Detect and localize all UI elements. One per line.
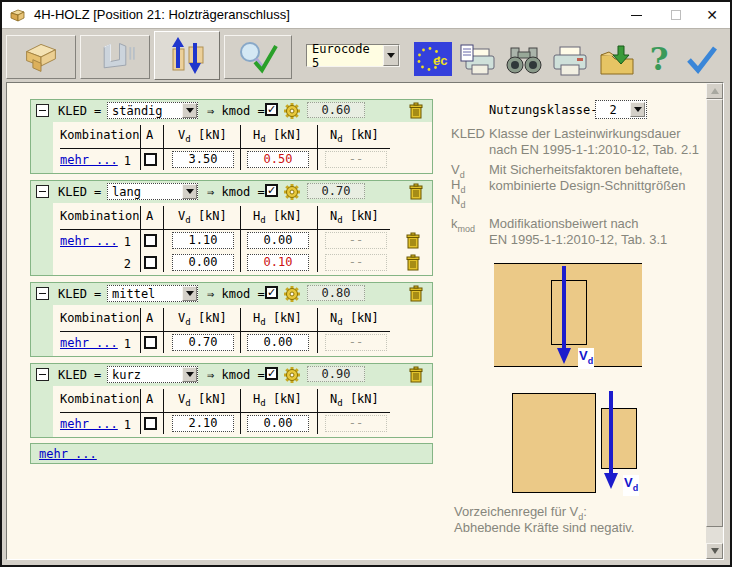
nd-field: -- xyxy=(325,232,387,249)
collapse-button[interactable] xyxy=(36,104,49,117)
chevron-down-icon[interactable] xyxy=(630,102,645,117)
row-trash-icon[interactable] xyxy=(405,232,421,250)
eurocode-select[interactable]: Eurocode 5 xyxy=(306,44,400,67)
a-checkbox[interactable] xyxy=(144,336,157,349)
vd-field[interactable]: 2.10 xyxy=(172,415,234,432)
loads-tool-button[interactable] xyxy=(154,31,220,80)
col-a: A xyxy=(146,392,153,406)
svg-text:ec: ec xyxy=(433,53,447,68)
scroll-up-button[interactable] xyxy=(706,83,723,99)
chevron-down-icon[interactable] xyxy=(182,103,197,118)
add-section-bar: mehr ... xyxy=(30,443,433,464)
kled-dropdown[interactable]: ständig xyxy=(107,102,198,119)
more-link[interactable]: mehr ... xyxy=(39,447,97,461)
chevron-down-icon[interactable] xyxy=(383,45,399,66)
vd-field[interactable]: 0.00 xyxy=(172,254,234,271)
collapse-button[interactable] xyxy=(36,368,49,381)
gear-icon[interactable] xyxy=(283,183,301,201)
vd-field[interactable]: 1.10 xyxy=(172,232,234,249)
print-button[interactable] xyxy=(552,45,588,77)
a-checkbox[interactable] xyxy=(144,256,157,269)
a-checkbox[interactable] xyxy=(144,234,157,247)
save-button[interactable] xyxy=(598,43,636,77)
a-checkbox[interactable] xyxy=(144,153,157,166)
hd-field[interactable]: 0.50 xyxy=(247,151,309,168)
col-hd: Hd [kN] xyxy=(253,392,302,408)
kmod-checkbox[interactable]: ✓ xyxy=(265,103,278,116)
kmod-checkbox[interactable]: ✓ xyxy=(265,367,278,380)
col-nd: Nd [kN] xyxy=(330,392,379,408)
kled-label: KLED = xyxy=(58,185,101,199)
minimize-button[interactable] xyxy=(618,2,654,28)
col-kombination: Kombination xyxy=(60,128,139,142)
table-row: mehr ... 1 3.50 0.50 -- xyxy=(53,150,432,172)
kled-section-lang: KLED = lang ⇒ kmod = ✓ 0.70 xyxy=(30,180,433,276)
hd-field[interactable]: 0.00 xyxy=(247,415,309,432)
col-kombination: Kombination xyxy=(60,311,139,325)
trash-icon[interactable] xyxy=(408,285,424,303)
binoculars-icon xyxy=(504,45,544,75)
a-checkbox[interactable] xyxy=(144,417,157,430)
scroll-down-button[interactable] xyxy=(706,543,723,559)
kled-dropdown-value: ständig xyxy=(108,104,182,118)
trash-icon[interactable] xyxy=(408,366,424,384)
kled-section-kurz: KLED = kurz ⇒ kmod = ✓ 0.90 xyxy=(30,363,433,438)
trash-icon[interactable] xyxy=(408,102,424,120)
chevron-down-icon[interactable] xyxy=(182,286,197,301)
vd-field[interactable]: 0.70 xyxy=(172,334,234,351)
vd-field[interactable]: 3.50 xyxy=(172,151,234,168)
chevron-down-icon[interactable] xyxy=(182,184,197,199)
gear-icon[interactable] xyxy=(283,102,301,120)
main-panel: KLED = ständig ⇒ kmod = ✓ 0.60 xyxy=(6,82,724,560)
vd-label: Vd xyxy=(578,348,594,369)
connector-tool-button[interactable] xyxy=(80,35,150,79)
eurocode-info-button[interactable]: ec xyxy=(414,42,452,76)
gear-icon[interactable] xyxy=(283,285,301,303)
row-number: 2 xyxy=(105,257,131,271)
col-vd: Vd [kN] xyxy=(178,128,227,144)
nd-field: -- xyxy=(325,254,387,271)
col-nd: Nd [kN] xyxy=(330,128,379,144)
collapse-button[interactable] xyxy=(36,287,49,300)
arrow-up-icon xyxy=(711,88,719,94)
nutzungsklasse-dropdown[interactable]: 2 xyxy=(595,100,647,119)
row-trash-icon[interactable] xyxy=(405,254,421,272)
vd-diagram-beam: Vd xyxy=(494,263,642,367)
sign-rule-line2: Abhebende Kräfte sind negativ. xyxy=(454,520,634,535)
kmod-checkbox[interactable]: ✓ xyxy=(265,184,278,197)
kmod-value-field: 0.80 xyxy=(307,285,365,301)
scrollbar-thumb[interactable] xyxy=(706,99,723,527)
col-kombination: Kombination xyxy=(60,392,139,406)
def-text: Mit Sicherheitsfaktoren behaftete, xyxy=(489,162,683,177)
def-text: Klasse der Lasteinwirkungsdauer xyxy=(489,126,681,141)
gear-icon[interactable] xyxy=(283,366,301,384)
def-term-kmod: kmod xyxy=(451,216,475,234)
check-tool-button[interactable] xyxy=(224,35,292,79)
hd-field[interactable]: 0.00 xyxy=(247,232,309,249)
help-button[interactable]: ? xyxy=(646,39,672,79)
check-magnifier-icon xyxy=(236,39,280,75)
print-preview-button[interactable] xyxy=(460,43,496,77)
kled-dropdown[interactable]: kurz xyxy=(107,366,198,383)
close-button[interactable]: ✕ xyxy=(694,2,730,28)
def-text: nach EN 1995-1-1:2010-12, Tab. 2.1 xyxy=(489,142,699,157)
confirm-button[interactable] xyxy=(684,43,720,75)
search-button[interactable] xyxy=(504,45,544,75)
vertical-scrollbar[interactable] xyxy=(706,83,723,559)
kmod-checkbox[interactable]: ✓ xyxy=(265,286,278,299)
kmod-value-field: 0.90 xyxy=(307,366,365,382)
row-number: 1 xyxy=(105,418,131,432)
kled-dropdown[interactable]: lang xyxy=(107,183,198,200)
col-vd: Vd [kN] xyxy=(178,209,227,225)
trash-icon[interactable] xyxy=(408,183,424,201)
geometry-tool-button[interactable] xyxy=(6,35,76,79)
kled-dropdown[interactable]: mittel xyxy=(107,285,198,302)
chevron-down-icon[interactable] xyxy=(182,367,197,382)
minimize-icon xyxy=(631,15,642,16)
vd-arrow-icon xyxy=(603,391,619,491)
col-nd: Nd [kN] xyxy=(330,311,379,327)
collapse-button[interactable] xyxy=(36,185,49,198)
hd-field[interactable]: 0.00 xyxy=(247,334,309,351)
close-icon: ✕ xyxy=(706,2,718,28)
hd-field[interactable]: 0.10 xyxy=(247,254,309,271)
